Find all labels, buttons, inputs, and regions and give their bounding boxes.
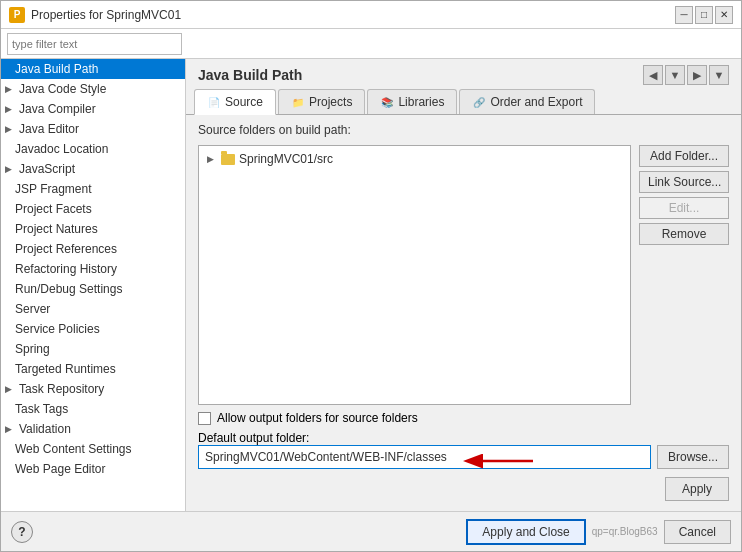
sidebar-item-label: Java Editor [19,122,79,136]
sidebar-item-targeted-runtimes[interactable]: Targeted Runtimes [1,359,185,379]
nav-arrows: ◀ ▼ ▶ ▼ [643,65,729,85]
sidebar-item-java-code-style[interactable]: ▶Java Code Style [1,79,185,99]
help-button[interactable]: ? [11,521,33,543]
nav-forward-button[interactable]: ▶ [687,65,707,85]
apply-button[interactable]: Apply [665,477,729,501]
sidebar-item-java-build-path[interactable]: Java Build Path [1,59,185,79]
bottom-right: Apply and Close qp=qr.BlogB63 Cancel [466,519,731,545]
sidebar-item-spring[interactable]: Spring [1,339,185,359]
sidebar-item-javascript[interactable]: ▶JavaScript [1,159,185,179]
allow-output-checkbox[interactable] [198,412,211,425]
maximize-button[interactable]: □ [695,6,713,24]
sidebar-item-label: Java Compiler [19,102,96,116]
tab-projects[interactable]: 📁Projects [278,89,365,114]
sidebar-item-service-policies[interactable]: Service Policies [1,319,185,339]
sidebar-item-java-compiler[interactable]: ▶Java Compiler [1,99,185,119]
filter-input[interactable] [7,33,182,55]
sidebar-item-java-editor[interactable]: ▶Java Editor [1,119,185,139]
output-folder-input[interactable] [198,445,651,469]
sidebar-expand-icon: ▶ [5,104,15,114]
sidebar-item-label: Spring [15,342,50,356]
sidebar-item-label: Project Natures [15,222,98,236]
sidebar-item-web-page-editor[interactable]: Web Page Editor [1,459,185,479]
sidebar-item-label: Java Build Path [15,62,98,76]
cancel-button[interactable]: Cancel [664,520,731,544]
tabs-container: 📄Source📁Projects📚Libraries🔗Order and Exp… [194,89,597,114]
sidebar-item-label: Validation [19,422,71,436]
sidebar-item-run-debug-settings[interactable]: Run/Debug Settings [1,279,185,299]
sidebar-item-jsp-fragment[interactable]: JSP Fragment [1,179,185,199]
source-folders-label: Source folders on build path: [198,123,729,137]
sidebar-expand-icon: ▶ [5,124,15,134]
sidebar-item-task-tags[interactable]: Task Tags [1,399,185,419]
action-buttons: Add Folder... Link Source... Edit... Rem… [639,145,729,405]
sidebar-item-label: JavaScript [19,162,75,176]
tree-expand-icon: ▶ [207,154,217,164]
tabs-bar: 📄Source📁Projects📚Libraries🔗Order and Exp… [186,89,741,115]
source-tree-box: ▶ SpringMVC01/src [198,145,631,405]
tab-libraries[interactable]: 📚Libraries [367,89,457,114]
sidebar-item-javadoc-location[interactable]: Javadoc Location [1,139,185,159]
remove-button[interactable]: Remove [639,223,729,245]
minimize-button[interactable]: ─ [675,6,693,24]
tab-icon-projects: 📁 [291,95,305,109]
sidebar-item-validation[interactable]: ▶Validation [1,419,185,439]
window-icon: P [9,7,25,23]
folder-icon [221,154,235,165]
tab-icon-libraries: 📚 [380,95,394,109]
tab-source[interactable]: 📄Source [194,89,276,115]
allow-output-label: Allow output folders for source folders [217,411,418,425]
title-controls: ─ □ ✕ [675,6,733,24]
edit-button[interactable]: Edit... [639,197,729,219]
panel-content: Source folders on build path: ▶ SpringMV… [186,115,741,511]
sidebar-item-label: Java Code Style [19,82,106,96]
tab-label-order-export: Order and Export [490,95,582,109]
bottom-bar: ? Apply and Close qp=qr.BlogB63 Cancel [1,511,741,551]
source-tree-area: ▶ SpringMVC01/src Add Folder... Link Sou… [198,145,729,405]
sidebar-expand-icon: ▶ [5,84,15,94]
tab-label-source: Source [225,95,263,109]
sidebar-expand-icon: ▶ [5,164,15,174]
tree-item-label: SpringMVC01/src [239,152,333,166]
sidebar-item-project-references[interactable]: Project References [1,239,185,259]
sidebar-item-label: JSP Fragment [15,182,91,196]
panel-header: Java Build Path ◀ ▼ ▶ ▼ [186,59,741,89]
sidebar-item-web-content-settings[interactable]: Web Content Settings [1,439,185,459]
sidebar-item-label: Project Facets [15,202,92,216]
panel-title: Java Build Path [198,67,302,83]
nav-dropdown-button[interactable]: ▼ [665,65,685,85]
nav-back-button[interactable]: ◀ [643,65,663,85]
default-output-label: Default output folder: [198,431,309,445]
sidebar-item-label: Web Content Settings [15,442,132,456]
apply-and-close-button[interactable]: Apply and Close [466,519,585,545]
sidebar-item-project-natures[interactable]: Project Natures [1,219,185,239]
tab-label-projects: Projects [309,95,352,109]
filter-bar [1,29,741,59]
content-area: Java Build Path▶Java Code Style▶Java Com… [1,59,741,511]
sidebar-item-label: Server [15,302,50,316]
sidebar-item-refactoring-history[interactable]: Refactoring History [1,259,185,279]
nav-forward-dropdown-button[interactable]: ▼ [709,65,729,85]
tab-icon-source: 📄 [207,95,221,109]
sidebar-item-label: Task Repository [19,382,104,396]
tab-icon-order-export: 🔗 [472,95,486,109]
window-title: Properties for SpringMVC01 [31,8,181,22]
sidebar-item-server[interactable]: Server [1,299,185,319]
sidebar-item-label: Task Tags [15,402,68,416]
link-source-button[interactable]: Link Source... [639,171,729,193]
add-folder-button[interactable]: Add Folder... [639,145,729,167]
sidebar-items-container: Java Build Path▶Java Code Style▶Java Com… [1,59,185,479]
sidebar-item-task-repository[interactable]: ▶Task Repository [1,379,185,399]
title-bar: P Properties for SpringMVC01 ─ □ ✕ [1,1,741,29]
apply-row: Apply [198,475,729,503]
tree-item[interactable]: ▶ SpringMVC01/src [203,150,626,168]
sidebar-item-project-facets[interactable]: Project Facets [1,199,185,219]
close-button[interactable]: ✕ [715,6,733,24]
sidebar-item-label: Refactoring History [15,262,117,276]
sidebar-item-label: Targeted Runtimes [15,362,116,376]
browse-button[interactable]: Browse... [657,445,729,469]
tab-order-export[interactable]: 🔗Order and Export [459,89,595,114]
output-row-wrapper: Default output folder: Browse... [198,431,729,469]
output-folder-row: Browse... [198,445,729,469]
title-bar-left: P Properties for SpringMVC01 [9,7,181,23]
